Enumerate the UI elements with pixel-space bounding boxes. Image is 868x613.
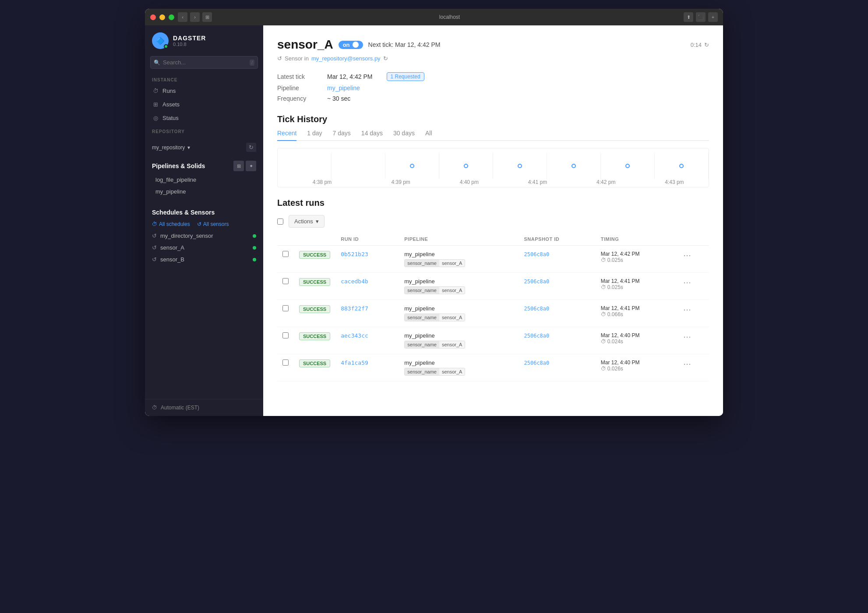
snapshot-link[interactable]: 2506c8a0 xyxy=(524,360,550,366)
repo-refresh-button[interactable]: ↻ xyxy=(246,143,256,152)
search-input[interactable] xyxy=(150,56,258,69)
traffic-lights[interactable] xyxy=(150,14,174,20)
frequency-label: Frequency xyxy=(277,95,317,102)
refresh-icon[interactable]: ↻ xyxy=(704,42,709,48)
sidebar-item-my-directory-sensor[interactable]: ↺ my_directory_sensor xyxy=(145,230,263,242)
snapshot-link[interactable]: 2506c8a0 xyxy=(524,306,550,312)
chevron-down-icon: ▾ xyxy=(187,144,190,151)
chart-col-7 xyxy=(601,153,655,179)
screenshot-button[interactable]: ⬛ xyxy=(696,12,706,22)
snapshot-link[interactable]: 2506c8a0 xyxy=(524,251,550,257)
repo-selector[interactable]: my_repository ▾ ↻ xyxy=(145,138,263,156)
chart-dot xyxy=(410,164,414,168)
sensor-icon: ↺ xyxy=(152,233,157,239)
sidebar-item-runs[interactable]: ⏱ Runs xyxy=(145,84,263,98)
nav-buttons[interactable]: ‹ › ⊞ xyxy=(178,12,212,22)
tag-key: sensor_name xyxy=(405,260,439,267)
pipeline-settings-button[interactable]: ✦ xyxy=(246,161,256,171)
pipeline-name: my_pipeline xyxy=(404,305,513,312)
forward-button[interactable]: › xyxy=(190,12,200,22)
row-more-button[interactable]: ··· xyxy=(684,359,692,369)
snapshot-cell: 2506c8a0 xyxy=(519,246,596,273)
repository-link[interactable]: my_repository@sensors.py xyxy=(311,55,381,62)
run-id-cell: 0b521b23 xyxy=(335,246,399,273)
runs-icon: ⏱ xyxy=(152,88,159,94)
row-checkbox-cell xyxy=(277,354,294,381)
tab-recent[interactable]: Recent xyxy=(277,130,296,141)
minimize-button[interactable] xyxy=(159,14,165,20)
sensor-toggle[interactable]: on xyxy=(339,41,363,49)
timing-cell: Mar 12, 4:40 PM ⏱ 0.024s xyxy=(596,327,678,354)
row-checkbox[interactable] xyxy=(282,305,289,311)
sensor-active-indicator xyxy=(253,234,256,238)
url-bar: localhost xyxy=(215,14,684,20)
maximize-button[interactable] xyxy=(169,14,174,20)
row-checkbox-cell xyxy=(277,246,294,273)
more-options-button[interactable]: + xyxy=(708,12,718,22)
timing-duration: ⏱ 0.025s xyxy=(601,257,673,263)
tab-1day[interactable]: 1 day xyxy=(307,130,322,141)
sidebar-item-status[interactable]: ◎ Status xyxy=(145,111,263,125)
runs-table-body: SUCCESS 0b521b23 my_pipeline sensor_name… xyxy=(277,246,709,381)
row-checkbox[interactable] xyxy=(282,251,289,257)
pipelines-section: Pipelines & Solids ⊞ ✦ xyxy=(145,156,263,174)
sidebar-item-log-file-pipeline[interactable]: log_file_pipeline xyxy=(145,174,263,186)
actions-button[interactable]: Actions ▾ xyxy=(289,215,325,228)
snapshot-link[interactable]: 2506c8a0 xyxy=(524,333,550,339)
layout-button[interactable]: ⊞ xyxy=(202,12,212,22)
search-container[interactable]: 🔍 / xyxy=(150,56,258,69)
refresh-small-icon[interactable]: ↻ xyxy=(383,55,388,62)
row-checkbox[interactable] xyxy=(282,332,289,338)
window-title: localhost xyxy=(439,14,460,20)
back-button[interactable]: ‹ xyxy=(178,12,187,22)
sidebar-item-my-pipeline[interactable]: my_pipeline xyxy=(145,186,263,197)
sensor-tabs[interactable]: ⏱ All schedules ↺ All sensors xyxy=(145,218,263,230)
timing-cell: Mar 12, 4:41 PM ⏱ 0.025s xyxy=(596,273,678,300)
run-id-link[interactable]: 4fa1ca59 xyxy=(341,359,368,366)
row-more-button[interactable]: ··· xyxy=(684,305,692,314)
instance-section-label: INSTANCE xyxy=(145,74,263,84)
tab-30days[interactable]: 30 days xyxy=(393,130,415,141)
main-content: sensor_A on Next tick: Mar 12, 4:42 PM 0… xyxy=(263,25,723,416)
tab-7days[interactable]: 7 days xyxy=(333,130,351,141)
latest-tick-label: Latest tick xyxy=(277,73,317,80)
sidebar-item-assets[interactable]: ⊞ Assets xyxy=(145,98,263,111)
col-pipeline-header: PIPELINE xyxy=(399,233,519,246)
sidebar-item-sensor-a[interactable]: ↺ sensor_A xyxy=(145,242,263,254)
pipeline-grid-view-button[interactable]: ⊞ xyxy=(233,161,244,171)
time-tabs[interactable]: Recent 1 day 7 days 14 days 30 days All xyxy=(277,130,709,141)
run-id-link[interactable]: 883f22f7 xyxy=(341,305,368,312)
run-id-link[interactable]: cacedb4b xyxy=(341,278,368,285)
chart-label-2: 4:39 pm xyxy=(367,179,435,185)
sensor-subtitle-icon: ↺ xyxy=(277,55,282,62)
row-checkbox[interactable] xyxy=(282,278,289,284)
timing-date: Mar 12, 4:41 PM xyxy=(601,305,673,311)
row-actions-cell: ··· xyxy=(678,327,709,354)
chart-grid xyxy=(278,153,709,179)
tab-all[interactable]: All xyxy=(425,130,432,141)
pipeline-link[interactable]: my_pipeline xyxy=(327,85,360,92)
snapshot-link[interactable]: 2506c8a0 xyxy=(524,278,550,285)
row-more-button[interactable]: ··· xyxy=(684,332,692,342)
row-checkbox[interactable] xyxy=(282,359,289,366)
latest-runs-section: Latest runs Actions ▾ RUN ID PIP xyxy=(277,198,709,381)
sidebar-item-sensor-b[interactable]: ↺ sensor_B xyxy=(145,254,263,265)
tab-14days[interactable]: 14 days xyxy=(361,130,383,141)
row-checkbox-cell xyxy=(277,327,294,354)
select-all-checkbox[interactable] xyxy=(277,218,283,225)
tag-key: sensor_name xyxy=(405,341,439,348)
toggle-label: on xyxy=(343,42,350,48)
runs-toolbar: Actions ▾ xyxy=(277,215,709,228)
timing-duration: ⏱ 0.024s xyxy=(601,338,673,345)
row-more-button[interactable]: ··· xyxy=(684,278,692,287)
row-more-button[interactable]: ··· xyxy=(684,251,692,260)
close-button[interactable] xyxy=(150,14,156,20)
col-run-id-header: RUN ID xyxy=(335,233,399,246)
tag-key: sensor_name xyxy=(405,368,439,375)
share-button[interactable]: ⬆ xyxy=(684,12,693,22)
run-id-link[interactable]: 0b521b23 xyxy=(341,251,368,257)
run-id-link[interactable]: aec343cc xyxy=(341,332,368,339)
all-sensors-tab[interactable]: ↺ All sensors xyxy=(197,221,229,227)
all-schedules-tab[interactable]: ⏱ All schedules xyxy=(152,221,190,227)
repo-name[interactable]: my_repository ▾ xyxy=(152,144,190,151)
